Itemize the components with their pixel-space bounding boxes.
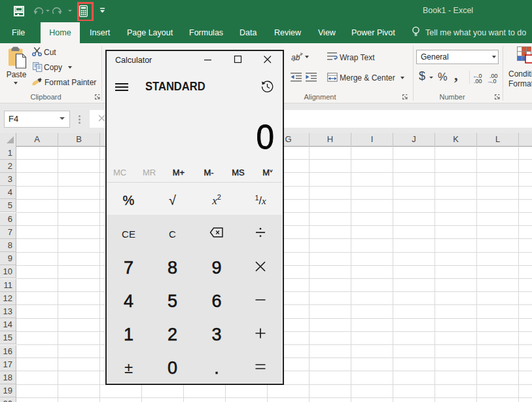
svg-text:ab: ab [291,53,300,62]
